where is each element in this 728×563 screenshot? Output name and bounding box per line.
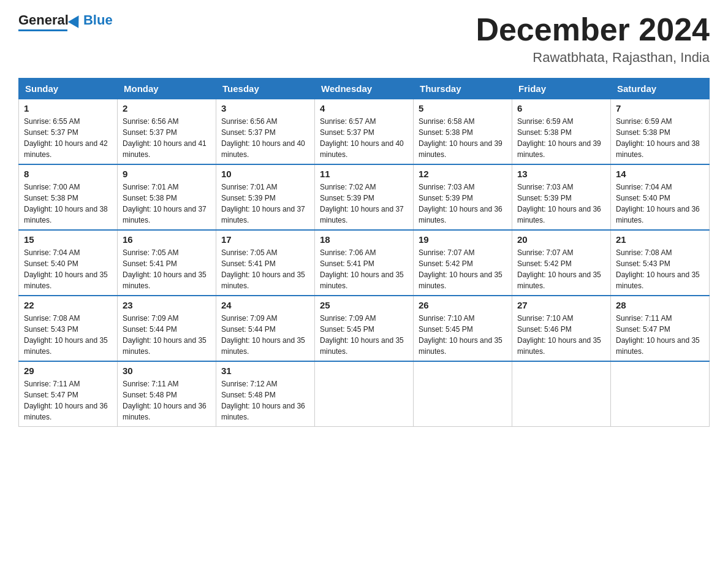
header-day-saturday: Saturday: [611, 79, 710, 99]
calendar-cell: 1 Sunrise: 6:55 AMSunset: 5:37 PMDayligh…: [19, 99, 118, 165]
calendar-cell: [611, 361, 710, 427]
day-info: Sunrise: 7:11 AMSunset: 5:47 PMDaylight:…: [616, 313, 704, 357]
calendar-cell: 13 Sunrise: 7:03 AMSunset: 5:39 PMDaylig…: [512, 164, 611, 230]
calendar-cell: 8 Sunrise: 7:00 AMSunset: 5:38 PMDayligh…: [19, 164, 118, 230]
day-info: Sunrise: 7:05 AMSunset: 5:41 PMDaylight:…: [221, 247, 309, 291]
day-number: 15: [24, 234, 112, 245]
calendar-cell: 22 Sunrise: 7:08 AMSunset: 5:43 PMDaylig…: [19, 296, 118, 361]
calendar-cell: 18 Sunrise: 7:06 AMSunset: 5:41 PMDaylig…: [315, 230, 414, 296]
header-right: December 2024 Rawatbhata, Rajasthan, Ind…: [476, 12, 710, 66]
calendar-cell: [315, 361, 414, 427]
calendar-cell: 6 Sunrise: 6:59 AMSunset: 5:38 PMDayligh…: [512, 99, 611, 165]
calendar-subtitle: Rawatbhata, Rajasthan, India: [476, 50, 710, 66]
logo-underline: [18, 29, 67, 31]
day-number: 23: [123, 300, 211, 310]
header-day-friday: Friday: [512, 79, 611, 99]
logo-general-text: General: [18, 12, 69, 28]
day-number: 16: [123, 234, 211, 245]
day-info: Sunrise: 7:09 AMSunset: 5:45 PMDaylight:…: [320, 313, 408, 357]
day-info: Sunrise: 7:08 AMSunset: 5:43 PMDaylight:…: [24, 313, 112, 357]
day-number: 10: [221, 169, 309, 179]
calendar-cell: 11 Sunrise: 7:02 AMSunset: 5:39 PMDaylig…: [315, 164, 414, 230]
calendar-cell: 31 Sunrise: 7:12 AMSunset: 5:48 PMDaylig…: [216, 361, 315, 427]
day-info: Sunrise: 7:08 AMSunset: 5:43 PMDaylight:…: [616, 247, 704, 291]
day-info: Sunrise: 7:10 AMSunset: 5:46 PMDaylight:…: [517, 313, 605, 357]
calendar-cell: 23 Sunrise: 7:09 AMSunset: 5:44 PMDaylig…: [118, 296, 216, 361]
calendar-cell: 10 Sunrise: 7:01 AMSunset: 5:39 PMDaylig…: [216, 164, 315, 230]
day-info: Sunrise: 7:02 AMSunset: 5:39 PMDaylight:…: [320, 182, 408, 226]
day-number: 9: [123, 169, 211, 179]
header-day-tuesday: Tuesday: [216, 79, 315, 99]
calendar-cell: 27 Sunrise: 7:10 AMSunset: 5:46 PMDaylig…: [512, 296, 611, 361]
day-number: 14: [616, 169, 704, 179]
calendar-cell: 5 Sunrise: 6:58 AMSunset: 5:38 PMDayligh…: [414, 99, 512, 165]
calendar-week-row: 15 Sunrise: 7:04 AMSunset: 5:40 PMDaylig…: [19, 230, 710, 296]
day-info: Sunrise: 6:59 AMSunset: 5:38 PMDaylight:…: [517, 116, 605, 160]
calendar-cell: 15 Sunrise: 7:04 AMSunset: 5:40 PMDaylig…: [19, 230, 118, 296]
day-number: 25: [320, 300, 408, 310]
day-info: Sunrise: 7:00 AMSunset: 5:38 PMDaylight:…: [24, 182, 112, 226]
day-info: Sunrise: 7:03 AMSunset: 5:39 PMDaylight:…: [419, 182, 507, 226]
day-info: Sunrise: 7:06 AMSunset: 5:41 PMDaylight:…: [320, 247, 408, 291]
day-number: 2: [123, 103, 211, 113]
day-info: Sunrise: 7:07 AMSunset: 5:42 PMDaylight:…: [419, 247, 507, 291]
calendar-cell: 29 Sunrise: 7:11 AMSunset: 5:47 PMDaylig…: [19, 361, 118, 427]
day-number: 26: [419, 300, 507, 310]
day-number: 22: [24, 300, 112, 310]
day-info: Sunrise: 7:04 AMSunset: 5:40 PMDaylight:…: [616, 182, 704, 226]
calendar-cell: [512, 361, 611, 427]
calendar-week-row: 29 Sunrise: 7:11 AMSunset: 5:47 PMDaylig…: [19, 361, 710, 427]
day-number: 5: [419, 103, 507, 113]
header-day-monday: Monday: [118, 79, 216, 99]
day-info: Sunrise: 6:59 AMSunset: 5:38 PMDaylight:…: [616, 116, 704, 160]
calendar-week-row: 22 Sunrise: 7:08 AMSunset: 5:43 PMDaylig…: [19, 296, 710, 361]
day-number: 6: [517, 103, 605, 113]
day-number: 18: [320, 234, 408, 245]
logo: General Blue: [18, 12, 113, 31]
day-number: 19: [419, 234, 507, 245]
page-header: General Blue December 2024 Rawatbhata, R…: [18, 12, 710, 66]
calendar-cell: 7 Sunrise: 6:59 AMSunset: 5:38 PMDayligh…: [611, 99, 710, 165]
calendar-table: SundayMondayTuesdayWednesdayThursdayFrid…: [18, 78, 710, 427]
calendar-header-row: SundayMondayTuesdayWednesdayThursdayFrid…: [19, 79, 710, 99]
day-number: 28: [616, 300, 704, 310]
day-info: Sunrise: 7:11 AMSunset: 5:47 PMDaylight:…: [24, 378, 112, 423]
calendar-cell: 17 Sunrise: 7:05 AMSunset: 5:41 PMDaylig…: [216, 230, 315, 296]
day-number: 24: [221, 300, 309, 310]
day-number: 20: [517, 234, 605, 245]
day-info: Sunrise: 7:09 AMSunset: 5:44 PMDaylight:…: [221, 313, 309, 357]
calendar-title: December 2024: [476, 12, 710, 47]
day-number: 11: [320, 169, 408, 179]
day-number: 12: [419, 169, 507, 179]
day-info: Sunrise: 7:10 AMSunset: 5:45 PMDaylight:…: [419, 313, 507, 357]
day-info: Sunrise: 6:56 AMSunset: 5:37 PMDaylight:…: [123, 116, 211, 160]
calendar-cell: 2 Sunrise: 6:56 AMSunset: 5:37 PMDayligh…: [118, 99, 216, 165]
calendar-cell: 30 Sunrise: 7:11 AMSunset: 5:48 PMDaylig…: [118, 361, 216, 427]
calendar-cell: 4 Sunrise: 6:57 AMSunset: 5:37 PMDayligh…: [315, 99, 414, 165]
day-number: 31: [221, 366, 309, 376]
header-day-thursday: Thursday: [414, 79, 512, 99]
day-info: Sunrise: 6:55 AMSunset: 5:37 PMDaylight:…: [24, 116, 112, 160]
day-number: 3: [221, 103, 309, 113]
day-info: Sunrise: 7:09 AMSunset: 5:44 PMDaylight:…: [123, 313, 211, 357]
day-info: Sunrise: 7:03 AMSunset: 5:39 PMDaylight:…: [517, 182, 605, 226]
calendar-cell: 16 Sunrise: 7:05 AMSunset: 5:41 PMDaylig…: [118, 230, 216, 296]
day-info: Sunrise: 7:01 AMSunset: 5:39 PMDaylight:…: [221, 182, 309, 226]
day-number: 29: [24, 366, 112, 376]
calendar-cell: 28 Sunrise: 7:11 AMSunset: 5:47 PMDaylig…: [611, 296, 710, 361]
calendar-cell: [414, 361, 512, 427]
header-day-wednesday: Wednesday: [315, 79, 414, 99]
day-info: Sunrise: 7:11 AMSunset: 5:48 PMDaylight:…: [123, 378, 211, 423]
day-number: 8: [24, 169, 112, 179]
day-number: 1: [24, 103, 112, 113]
day-number: 27: [517, 300, 605, 310]
day-info: Sunrise: 7:12 AMSunset: 5:48 PMDaylight:…: [221, 378, 309, 423]
calendar-cell: 24 Sunrise: 7:09 AMSunset: 5:44 PMDaylig…: [216, 296, 315, 361]
day-info: Sunrise: 6:56 AMSunset: 5:37 PMDaylight:…: [221, 116, 309, 160]
calendar-cell: 25 Sunrise: 7:09 AMSunset: 5:45 PMDaylig…: [315, 296, 414, 361]
calendar-cell: 12 Sunrise: 7:03 AMSunset: 5:39 PMDaylig…: [414, 164, 512, 230]
logo-blue-text: Blue: [83, 12, 113, 28]
day-number: 4: [320, 103, 408, 113]
day-info: Sunrise: 7:01 AMSunset: 5:38 PMDaylight:…: [123, 182, 211, 226]
day-info: Sunrise: 6:57 AMSunset: 5:37 PMDaylight:…: [320, 116, 408, 160]
